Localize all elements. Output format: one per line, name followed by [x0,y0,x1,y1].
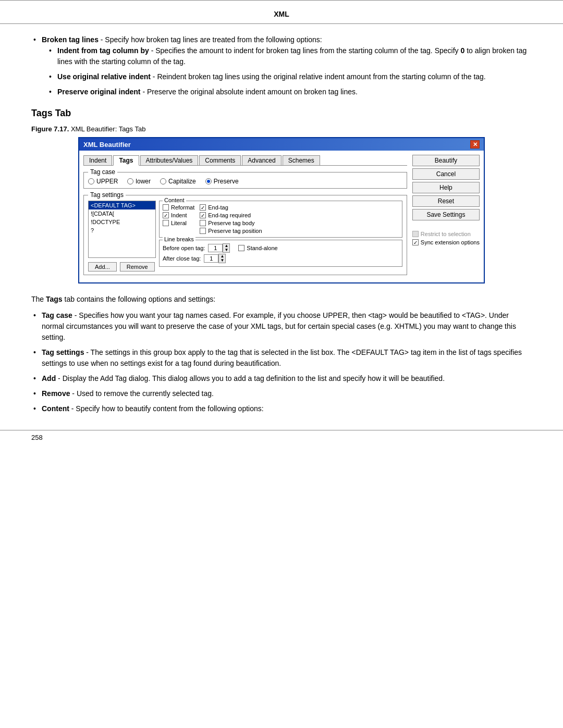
bullet-remove-bold: Remove [42,389,70,398]
tag-list-box[interactable]: <DEFAULT TAG> ![CDATA[ !DOCTYPE ? [88,201,156,258]
spinner-group-before: ▲ ▼ [208,243,230,253]
tag-case-group: Tag case UPPER lower Capitalize [83,172,407,189]
radio-lower[interactable]: lower [127,178,151,185]
bullet-tag-case-bold: Tag case [42,311,72,319]
tab-attributes-values[interactable]: Attributes/Values [140,155,199,165]
radio-preserve[interactable]: Preserve [205,178,239,185]
radio-upper[interactable]: UPPER [88,178,118,185]
cancel-button[interactable]: Cancel [412,168,480,180]
check-end-tag-required[interactable]: End-tag required [200,212,262,218]
tag-settings-legend: Tag settings [88,191,126,199]
radio-upper-circle [88,178,94,184]
help-button[interactable]: Help [412,182,480,193]
after-close-tag-label: After close tag: [163,255,201,262]
spinner-down-before[interactable]: ▼ [223,248,229,252]
figure-caption-text: XML Beautifier: Tags Tab [71,125,146,133]
spinner-arrows-before: ▲ ▼ [223,243,230,253]
add-button[interactable]: Add... [88,262,117,272]
tab-comments[interactable]: Comments [199,155,241,165]
bullet-tag-settings-bold: Tag settings [42,348,84,356]
check-indent-label: Indent [171,212,187,218]
radio-lower-label: lower [136,178,151,185]
tag-buttons-row: Add... Remove [88,262,156,272]
checkbox-end-tag [200,204,206,211]
check-stand-alone[interactable]: Stand-alone [238,245,277,251]
dialog-main: Indent Tags Attributes/Values Comments A… [83,155,407,278]
tag-list-item-doctype[interactable]: !DOCTYPE [89,218,155,226]
check-reformat-label: Reformat [171,204,194,211]
page-header: XML [31,6,532,23]
bullet-add-text: - Display the Add Tag dialog. This dialo… [58,374,445,382]
check-end-tag[interactable]: End-tag [200,204,262,211]
sub-bold3: Use original relative indent [57,72,151,81]
content-legend: Content [163,197,186,203]
tag-settings-group: Tag settings <DEFAULT TAG> ![CDATA[ !DOC… [83,195,407,275]
bullet-remove: Remove - Used to remove the currently se… [31,388,532,399]
sub-bullets: Indent from tag column by - Specifies th… [42,45,532,97]
radio-capitalize[interactable]: Capitalize [160,178,196,185]
tag-list-item-default[interactable]: <DEFAULT TAG> [89,201,155,209]
after-close-tag-input[interactable] [204,254,218,263]
tab-schemes[interactable]: Schemes [283,155,320,165]
bullet-content: Content - Specify how to beautify conten… [31,403,532,414]
dialog-wrapper: XML Beautifier ✕ Indent Tags Attributes/… [78,137,485,283]
bullet-text: - Specify how broken tag lines are treat… [101,35,322,44]
spinner-down-after[interactable]: ▼ [219,258,225,263]
content-group: Content Reformat [159,201,402,238]
linebreak-row-before: Before open tag: ▲ ▼ [163,243,399,253]
sub-bold4: Preserve original indent [57,88,141,96]
save-settings-button[interactable]: Save Settings [412,209,480,220]
sub-bullet-relative: Use original relative indent - Reindent … [42,71,532,82]
dialog-title: XML Beautifier [83,141,131,149]
page-number: 258 [31,434,532,441]
check-reformat[interactable]: Reformat [163,204,194,211]
sync-extension-options-item[interactable]: Sync extension options [412,239,480,245]
tag-list-item-question[interactable]: ? [89,226,155,235]
check-indent[interactable]: Indent [163,212,194,218]
tab-indent[interactable]: Indent [83,155,112,165]
content-linebreaks: Content Reformat [159,201,402,272]
linebreaks-legend: Line breaks [163,236,195,242]
spinner-group-after: ▲ ▼ [204,254,226,263]
dialog-body: Indent Tags Attributes/Values Comments A… [79,151,484,282]
bottom-rule [0,430,563,430]
checkbox-restrict [412,231,419,237]
sub-bullet-preserve: Preserve original indent - Preserve the … [42,87,532,97]
check-preserve-tag-body[interactable]: Preserve tag body [200,220,262,226]
check-literal[interactable]: Literal [163,220,194,226]
body-intro: The Tags tab contains the following opti… [31,294,532,305]
checkbox-stand-alone [238,245,244,251]
bullet-tag-case: Tag case - Specifies how you want your t… [31,310,532,343]
radio-preserve-circle [205,178,212,184]
dialog-titlebar: XML Beautifier ✕ [79,138,484,151]
stand-alone-label: Stand-alone [247,245,277,251]
remove-button[interactable]: Remove [120,262,155,272]
before-open-tag-label: Before open tag: [163,245,205,251]
checkbox-preserve-tag-body [200,220,206,226]
tag-list-item-cdata[interactable]: ![CDATA[ [89,209,155,218]
dialog-close-btn[interactable]: ✕ [470,140,480,149]
reset-button[interactable]: Reset [412,195,480,207]
figure-caption: Figure 7.17. XML Beautifier: Tags Tab [31,125,532,133]
check-preserve-tag-body-label: Preserve tag body [208,220,254,226]
checkbox-sync [412,239,419,245]
checkbox-reformat [163,204,169,211]
sub-bold2: 0 [460,46,464,55]
radio-capitalize-label: Capitalize [168,178,196,185]
bullet-add: Add - Display the Add Tag dialog. This d… [31,373,532,384]
content-col-left: Reformat Indent Literal [163,204,194,234]
check-preserve-tag-position[interactable]: Preserve tag position [200,228,262,234]
sub-text4: - Preserve the original absolute indent … [142,88,357,96]
content-col-right: End-tag End-tag required P [200,204,262,234]
check-end-tag-required-label: End-tag required [208,212,251,218]
before-open-tag-input[interactable] [208,244,223,252]
restrict-to-selection-item: Restrict to selection [412,231,480,237]
section-title: Tags Tab [31,108,532,119]
tab-tags[interactable]: Tags [113,155,139,166]
beautify-button[interactable]: Beautify [412,155,480,166]
linebreak-row-after: After close tag: ▲ ▼ [163,254,399,263]
top-rule [0,0,563,1]
bullet-tag-settings-text: - The settings in this group box apply t… [42,348,522,367]
tab-advanced[interactable]: Advanced [242,155,281,165]
sub-text3: - Reindent broken tag lines using the or… [153,72,486,81]
